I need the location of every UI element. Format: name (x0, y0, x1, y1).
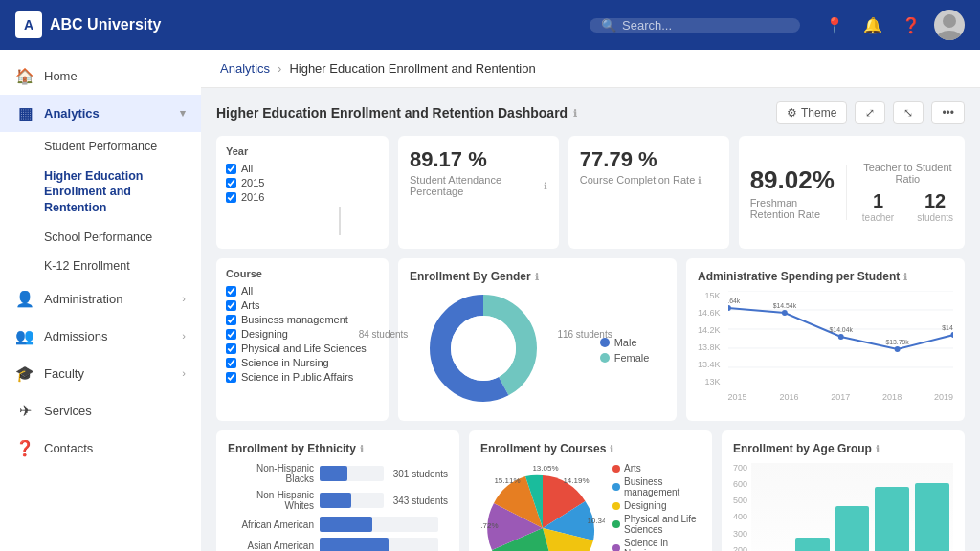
bar-label-african: African American (228, 519, 314, 530)
analytics-icon: ▦ (15, 104, 34, 122)
donut-female-label-wrap: 84 students 116 students (426, 291, 541, 409)
nav-icons: 📍 🔔 ❓ (819, 10, 965, 40)
business-dot (612, 483, 620, 491)
sub-item-school-performance[interactable]: School Performance (0, 223, 201, 252)
notification-icon[interactable]: 🔔 (858, 10, 888, 40)
age-y-axis: 700 600 500 400 300 200 100 0 (733, 463, 747, 551)
logo-icon: A (15, 11, 42, 38)
legend-physical: Physical and Life Sciences (612, 514, 701, 535)
ethnicity-chart-title: Enrollment by Ethnicity ℹ (228, 442, 448, 455)
bar-black (320, 466, 347, 481)
bar-val-white: 343 students (393, 496, 448, 506)
search-bar[interactable]: 🔍 (590, 18, 800, 33)
ethnicity-info-icon[interactable]: ℹ (360, 444, 364, 454)
chevron-right-icon: › (182, 293, 186, 304)
breadcrumb-root[interactable]: Analytics (220, 61, 270, 76)
donut-chart: 84 students 116 students (410, 291, 665, 409)
more-button[interactable]: ••• (931, 101, 965, 124)
bar-label-white: Non-Hispanic Whites (228, 490, 314, 511)
info-icon[interactable]: ℹ (573, 108, 577, 119)
year-all[interactable]: All (226, 163, 379, 174)
gender-info-icon[interactable]: ℹ (535, 272, 539, 282)
svg-point-14 (950, 332, 953, 338)
sidebar-label-administration: Administration (44, 292, 172, 306)
attendance-info-icon[interactable]: ℹ (544, 181, 547, 191)
courses-pie-svg-wrap: 14.19% 10.34% 14.68% 14. 17.72% 15.11% 1… (480, 466, 605, 552)
male-count-label: 116 students (557, 329, 612, 340)
chevron-down-icon: ▾ (180, 107, 186, 120)
year-all-checkbox[interactable] (226, 164, 236, 174)
gender-chart-card: Enrollment By Gender ℹ 84 students (398, 258, 677, 421)
sidebar-item-administration[interactable]: 👤 Administration › (0, 280, 201, 318)
dashboard-header: Higher Education Enrollment and Retentio… (216, 101, 965, 124)
spending-chart-title: Administrative Spending per Student ℹ (698, 270, 953, 283)
completion-label: Course Completion Rate ℹ (580, 174, 718, 186)
year-2016-checkbox[interactable] (226, 192, 236, 203)
svg-text:13.05%: 13.05% (532, 466, 558, 473)
main-content: Analytics › Higher Education Enrollment … (201, 50, 980, 551)
sidebar-label-home: Home (44, 69, 186, 83)
year-2015-checkbox[interactable] (226, 178, 236, 188)
location-icon[interactable]: 📍 (819, 10, 850, 40)
age-info-icon[interactable]: ℹ (876, 444, 880, 454)
dashboard-title: Higher Education Enrollment and Retentio… (216, 105, 577, 121)
svg-point-11 (781, 310, 787, 316)
year-2015[interactable]: 2015 (226, 177, 379, 188)
bar-outer-african (320, 517, 438, 532)
sidebar: 🏠 Home ▦ Analytics ▾ Student Performance… (0, 50, 201, 551)
logo-symbol: A (24, 17, 33, 33)
retention-value: 89.02% (750, 165, 835, 195)
sidebar-label-faculty: Faculty (44, 366, 172, 381)
bar-row-white: Non-Hispanic Whites 343 students (228, 490, 448, 511)
breadcrumb-separator: › (278, 61, 281, 76)
sidebar-item-contacts[interactable]: ❓ Contacts (0, 430, 201, 467)
svg-text:17.72%: 17.72% (480, 521, 499, 530)
year-2016[interactable]: 2016 (226, 191, 379, 203)
logo-block: A ABC University (15, 11, 161, 38)
bar-outer-white (320, 493, 384, 508)
physical-dot (612, 520, 620, 528)
age-bar-18 (795, 538, 830, 551)
course-filter-title: Course (226, 268, 379, 279)
ratio-student: 12 (917, 190, 953, 212)
sidebar-item-home[interactable]: 🏠 Home (0, 57, 201, 95)
bar-african (320, 517, 372, 532)
help-icon[interactable]: ❓ (896, 10, 926, 40)
female-count-label: 84 students (359, 329, 409, 340)
legend-business: Business management (612, 476, 701, 497)
courses-info-icon[interactable]: ℹ (610, 444, 613, 454)
course-filter-card: Course All Arts Business management Desi… (216, 258, 389, 421)
expand-button[interactable]: ⤡ (893, 101, 924, 124)
sub-item-higher-ed[interactable]: Higher Education Enrollment and Rententi… (0, 161, 201, 223)
user-avatar[interactable] (934, 10, 965, 40)
age-chart-title: Enrollment by Age Group ℹ (733, 442, 953, 455)
admissions-icon: 👥 (15, 327, 34, 345)
completion-stat-card: 77.79 % Course Completion Rate ℹ (568, 136, 729, 249)
sidebar-item-admissions[interactable]: 👥 Admissions › (0, 318, 201, 355)
svg-text:$13.79k: $13.79k (885, 339, 909, 345)
age-chart-card: Enrollment by Age Group ℹ 700 600 500 40… (722, 430, 965, 551)
sidebar-item-faculty[interactable]: 🎓 Faculty › (0, 355, 201, 392)
sidebar-item-analytics[interactable]: ▦ Analytics ▾ (0, 95, 201, 132)
chevron-right-icon3: › (182, 367, 186, 379)
attendance-label: Student Attendance Percentage ℹ (410, 174, 547, 197)
attendance-value: 89.17 % (410, 147, 547, 172)
sidebar-item-services[interactable]: ✈ Services (0, 392, 201, 430)
bar-row-asian: Asian American (228, 538, 448, 551)
donut-svg (426, 291, 541, 406)
completion-info-icon[interactable]: ℹ (698, 175, 702, 186)
nursing-dot (612, 544, 620, 551)
top-navigation: A ABC University 🔍 📍 🔔 ❓ (0, 0, 980, 50)
share-button[interactable]: ⤢ (855, 101, 885, 124)
home-icon: 🏠 (15, 67, 34, 85)
svg-point-1 (937, 31, 962, 40)
spending-info-icon[interactable]: ℹ (903, 272, 907, 282)
search-input[interactable] (622, 18, 789, 33)
analytics-sub-items: Student Performance Higher Education Enr… (0, 132, 201, 280)
theme-button[interactable]: ⚙ Theme (776, 101, 847, 124)
sub-item-k12[interactable]: K-12 Enrollment (0, 252, 201, 280)
chevron-right-icon2: › (182, 330, 186, 342)
contacts-icon: ❓ (15, 439, 34, 457)
sidebar-label-contacts: Contacts (44, 441, 186, 455)
sub-item-student-performance[interactable]: Student Performance (0, 132, 201, 161)
